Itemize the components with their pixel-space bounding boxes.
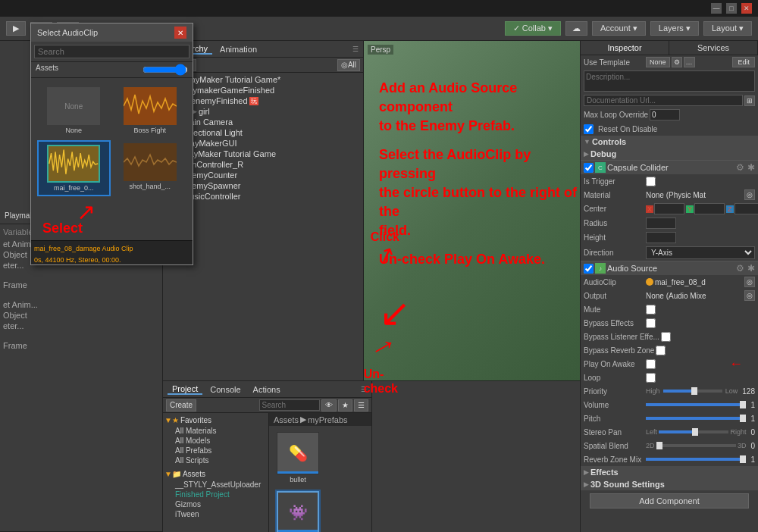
tree-item-gun-controller[interactable]: gunController_R (164, 159, 362, 170)
assets-folder[interactable]: ▼ 📁 Assets (164, 468, 267, 480)
project-search-input[interactable] (259, 399, 320, 411)
asset-item-gizmos[interactable]: Gizmos (175, 499, 267, 509)
tree-item-directional-light[interactable]: Directional Light (164, 127, 362, 138)
tab-inspector[interactable]: Inspector (581, 41, 669, 55)
height-field[interactable]: 1.8 (646, 232, 676, 243)
tree-item-enemy-spawner[interactable]: enemySpawner (164, 180, 362, 191)
is-trigger-checkbox[interactable] (646, 177, 656, 186)
description-field[interactable] (584, 70, 755, 92)
play-button[interactable]: ▶ (6, 21, 26, 36)
material-select-button[interactable]: ◎ (744, 189, 755, 200)
reset-on-disable-checkbox[interactable] (584, 124, 594, 134)
stereo-slider[interactable] (659, 430, 728, 433)
direction-select[interactable]: Y-Axis (646, 246, 755, 259)
audio-settings-icon[interactable]: ✱ (747, 263, 755, 274)
favorites-all-models[interactable]: All Models (175, 436, 267, 446)
mute-checkbox[interactable] (646, 305, 656, 315)
bypass-reverb-checkbox[interactable] (656, 346, 666, 355)
asset-item-shot-hand[interactable]: shot_hand_... (114, 140, 187, 196)
tree-item-music-controller[interactable]: musicController (164, 191, 362, 202)
layout-button[interactable]: Layout ▾ (703, 21, 752, 36)
tree-item-playmaker-finished[interactable]: ▼ playmakerGameFinished (164, 85, 362, 95)
favorites-all-prefabs[interactable]: All Prefabs (175, 446, 267, 455)
cloud-button[interactable]: ☁ (565, 21, 587, 36)
bypass-listener-checkbox[interactable] (661, 332, 671, 342)
tab-services[interactable]: Services (669, 41, 758, 55)
dialog-close-button[interactable]: ✕ (174, 27, 186, 39)
layers-button[interactable]: Layers ▾ (650, 21, 699, 36)
project-star-button[interactable]: ★ (338, 399, 352, 412)
audioclip-select-button[interactable]: ◎ (744, 277, 755, 287)
tree-item-root[interactable]: ▼ 🎮 PlayMaker Tutorial Game* (164, 74, 362, 85)
account-button[interactable]: Account ▾ (592, 21, 646, 36)
maximize-button[interactable]: □ (726, 3, 737, 14)
tab-console[interactable]: Console (205, 385, 245, 394)
asset-item-finished[interactable]: Finished Project (175, 490, 267, 499)
favorites-all-materials[interactable]: All Materials (175, 426, 267, 436)
dialog-search-input[interactable] (34, 45, 190, 58)
asset-item-itween[interactable]: iTween (175, 509, 267, 519)
priority-thumb[interactable] (691, 387, 697, 395)
asset-item-styly[interactable]: __STYLY_AssetUploader (175, 480, 267, 490)
center-z-field[interactable]: 0 (735, 203, 758, 214)
favorites-folder[interactable]: ▼ ★ Favorites (164, 415, 267, 426)
center-x-field[interactable]: 0 (654, 203, 684, 214)
tree-item-enemy-counter[interactable]: enemyCounter (164, 170, 362, 180)
loop-checkbox[interactable] (646, 373, 656, 383)
sound-settings-section[interactable]: ▶ 3D Sound Settings (581, 478, 758, 490)
effects-section[interactable]: ▶ Effects (581, 466, 758, 478)
project-asset-bullet[interactable]: 💊 bullet (275, 432, 321, 483)
size-slider[interactable] (143, 64, 188, 76)
asset-item-boss-fight[interactable]: Boss Fight (114, 84, 187, 137)
capsule-collider-gear[interactable]: ⚙ (736, 162, 744, 173)
stereo-thumb[interactable] (692, 428, 698, 436)
hierarchy-all-button[interactable]: ◎All (337, 59, 360, 71)
audio-source-checkbox[interactable] (584, 264, 594, 274)
play-on-awake-checkbox[interactable] (646, 359, 656, 369)
add-component-button[interactable]: Add Component (590, 493, 750, 509)
center-y-field[interactable]: 0.85 (694, 203, 725, 214)
title-bar-controls[interactable]: — □ ✕ (711, 3, 752, 14)
audio-source-gear[interactable]: ⚙ (736, 263, 744, 274)
none-button[interactable]: None (646, 57, 670, 67)
bypass-effects-checkbox[interactable] (646, 318, 656, 328)
capsule-collider-checkbox[interactable] (584, 163, 594, 173)
output-select-button[interactable]: ◎ (744, 290, 755, 301)
collab-button[interactable]: ✓ Collab ▾ (505, 21, 561, 36)
volume-slider[interactable] (646, 403, 746, 406)
asset-item-none[interactable]: None None (37, 84, 111, 137)
favorites-all-scripts[interactable]: All Scripts (175, 455, 267, 465)
project-menu-button[interactable]: ☰ (354, 399, 368, 412)
dots-button[interactable]: … (684, 57, 695, 67)
tree-item-girl[interactable]: ▶ girl (164, 106, 362, 117)
doc-url-button[interactable]: ⊞ (744, 95, 755, 106)
controls-section[interactable]: ▼ Controls (581, 136, 758, 148)
tree-item-playmaker-game[interactable]: ▼ PlayMaker Tutorial Game (164, 149, 362, 159)
doc-url-field[interactable] (584, 95, 743, 106)
capsule-collider-header[interactable]: C Capsule Collider ⚙ ✱ (581, 160, 758, 174)
reverb-thumb[interactable] (740, 455, 746, 463)
pitch-slider[interactable] (646, 417, 746, 420)
settings-button[interactable]: ⚙ (672, 57, 682, 67)
tree-item-main-camera[interactable]: Main Camera (164, 117, 362, 127)
capsule-settings-icon[interactable]: ✱ (747, 162, 755, 173)
reverb-slider[interactable] (646, 458, 746, 461)
project-eye-button[interactable]: 👁 (321, 399, 337, 412)
asset-item-mai-free[interactable]: mai_free_0... (37, 140, 111, 196)
tab-animation[interactable]: Animation (215, 45, 262, 54)
minimize-button[interactable]: — (711, 3, 722, 14)
tab-actions[interactable]: Actions (249, 385, 285, 394)
volume-thumb[interactable] (740, 401, 746, 408)
edit-button[interactable]: Edit (732, 57, 755, 67)
breadcrumb-assets[interactable]: Assets (274, 415, 299, 424)
hierarchy-menu-icon[interactable]: ☰ (352, 45, 359, 53)
scene-view[interactable]: Persp Add an Audio Source component to t… (364, 41, 580, 380)
tab-project[interactable]: Project (168, 384, 202, 395)
spatial-thumb[interactable] (656, 442, 662, 449)
project-create-button[interactable]: Create (166, 399, 196, 412)
max-loop-field[interactable] (650, 109, 680, 120)
close-button[interactable]: ✕ (741, 3, 752, 14)
radius-field[interactable]: 0.2 (646, 217, 676, 229)
project-asset-enemy[interactable]: 👾 Enemy (275, 490, 321, 532)
tree-item-enemy-finished[interactable]: ▼ enemyFinished 玩 (164, 95, 362, 106)
